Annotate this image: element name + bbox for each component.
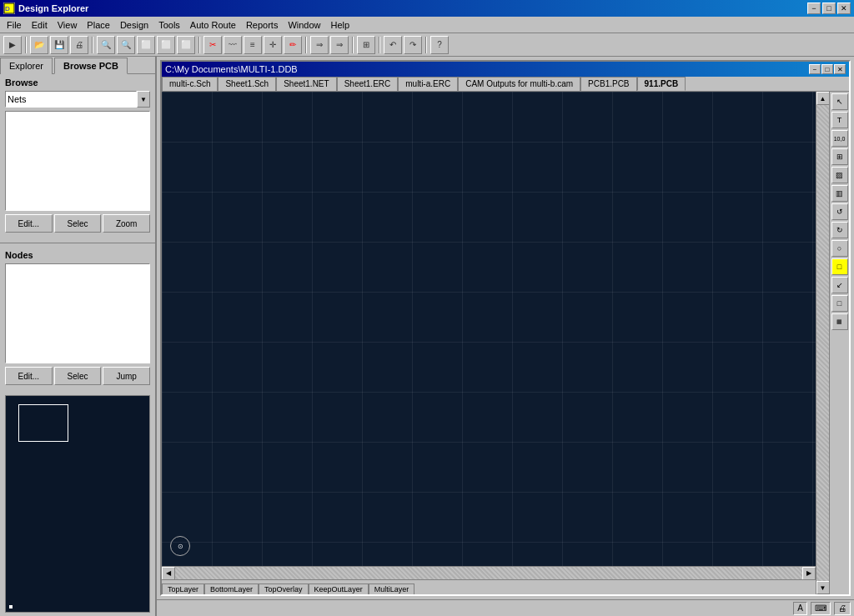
v-scroll-track[interactable] [816,105,830,581]
doc-tab-cam-outputs[interactable]: CAM Outputs for multi-b.cam [458,77,580,91]
right-area: C:\My Documents\MULTI-1.DDB − □ ✕ multi-… [157,57,854,616]
rt-panel-icon[interactable]: □ [831,295,848,312]
tb-comp[interactable]: ⇒ [330,36,349,54]
tb-save[interactable]: 💾 [50,36,68,54]
doc-tab-sheet1-net[interactable]: Sheet1.NET [276,77,336,91]
rt-rotate-ccw-icon[interactable]: ↻ [831,222,848,238]
minimize-button[interactable]: − [807,3,821,14]
tb-print[interactable]: 🖨 [70,36,88,54]
tb-grid[interactable]: ⊞ [357,36,375,54]
rt-rotate-cw-icon[interactable]: ↺ [831,203,848,220]
menu-edit[interactable]: Edit [27,18,53,32]
tb-zoom-select[interactable]: ⬜ [157,36,175,54]
pcb-canvas[interactable]: ⊙ [162,92,816,566]
rt-circle-icon[interactable]: ○ [831,240,848,257]
tab-browse-pcb[interactable]: Browse PCB [54,58,128,74]
tb-help[interactable]: ? [430,36,449,54]
doc-tab-pcb1[interactable]: PCB1.PCB [580,77,636,91]
inner-close-button[interactable]: ✕ [834,64,846,74]
h-scroll-left-button[interactable]: ◀ [162,567,175,580]
mini-preview [5,395,150,613]
layer-tabs: TopLayer BottomLayer TopOverlay KeepOutL… [162,579,816,594]
menu-file[interactable]: File [2,18,27,32]
browse-select-button[interactable]: Selec [54,214,102,233]
nodes-select-button[interactable]: Selec [54,367,102,385]
v-scroll-down-button[interactable]: ▼ [816,581,830,594]
menu-window[interactable]: Window [283,18,325,32]
app-icon: D [3,3,15,14]
menu-bar: File Edit View Place Design Tools Auto R… [0,17,854,33]
document-tabs: multi-c.Sch Sheet1.Sch Sheet1.NET Sheet1… [162,77,849,92]
menu-design[interactable]: Design [115,18,153,32]
nodes-label: Nodes [5,250,150,260]
browse-list[interactable] [5,111,150,211]
v-scrollbar[interactable]: ▲ ▼ [816,92,829,594]
rt-matrix-icon[interactable]: ▦ [831,313,848,330]
tb-redo[interactable]: ↷ [404,36,422,54]
tb-pin[interactable]: ⇒ [310,36,329,54]
tb-undo[interactable]: ↶ [384,36,402,54]
menu-view[interactable]: View [53,18,83,32]
dropdown-arrow-icon[interactable]: ▼ [137,91,150,108]
right-toolbar: ↖ T 10,0 ⊞ ▨ ▥ ↺ ↻ ○ □ ↙ □ ▦ [829,92,849,594]
inner-window: C:\My Documents\MULTI-1.DDB − □ ✕ multi-… [160,60,851,596]
layer-tab-toplayer[interactable]: TopLayer [162,583,204,594]
browse-zoom-button[interactable]: Zoom [103,214,150,233]
doc-tab-sheet1-sch[interactable]: Sheet1.Sch [218,77,276,91]
rt-cursor-icon[interactable]: ↖ [831,93,848,110]
maximize-button[interactable]: □ [822,3,836,14]
rt-fill-icon[interactable]: ▨ [831,167,848,183]
menu-help[interactable]: Help [326,18,355,32]
rt-text-icon[interactable]: T [831,112,848,128]
rt-pattern-icon[interactable]: ▥ [831,185,848,202]
doc-tab-sheet1-erc[interactable]: Sheet1.ERC [337,77,399,91]
layer-tab-multilayer[interactable]: MultiLayer [369,583,415,594]
menu-autoroute[interactable]: Auto Route [185,18,241,32]
tb-open[interactable]: 📂 [30,36,48,54]
doc-tab-multi-a-erc[interactable]: multi-a.ERC [398,77,458,91]
layer-tab-bottomlayer[interactable]: BottomLayer [204,583,259,594]
tab-explorer[interactable]: Explorer [0,58,53,74]
rt-square-icon[interactable]: □ [831,258,848,275]
layer-tab-keepoutlayer[interactable]: KeepOutLayer [309,583,369,594]
rt-grid-icon[interactable]: ⊞ [831,148,848,165]
tb-sep-2 [92,37,93,53]
tb-pointer[interactable]: ▶ [3,36,22,54]
tb-pencil[interactable]: ✏ [284,36,302,54]
tb-cross[interactable]: ✛ [264,36,282,54]
title-bar: D Design Explorer − □ ✕ [0,0,854,17]
menu-tools[interactable]: Tools [153,18,185,32]
rt-arrow-icon[interactable]: ↙ [831,277,848,293]
tb-zoom-fit[interactable]: ⬜ [137,36,155,54]
grid-overlay [162,92,816,566]
menu-place[interactable]: Place [82,18,115,32]
nodes-jump-button[interactable]: Jump [103,367,150,385]
v-scroll-up-button[interactable]: ▲ [816,92,830,105]
tb-sep-7 [425,37,427,53]
browse-label: Browse [5,78,150,88]
tb-sep-5 [352,37,354,53]
layer-tab-topoverlay[interactable]: TopOverlay [259,583,309,594]
browse-edit-button[interactable]: Edit... [5,214,53,233]
h-scroll-track[interactable] [175,567,802,580]
inner-window-title: C:\My Documents\MULTI-1.DDB [165,64,298,74]
tb-zoom-area[interactable]: ⬜ [177,36,195,54]
doc-tab-911-pcb[interactable]: 911.PCB [637,77,686,91]
tb-zoom-in[interactable]: 🔍 [97,36,115,54]
tb-wire[interactable]: 〰 [224,36,242,54]
inner-minimize-button[interactable]: − [809,64,821,74]
browse-dropdown[interactable]: Nets [5,91,137,108]
menu-reports[interactable]: Reports [241,18,284,32]
nodes-edit-button[interactable]: Edit... [5,367,53,385]
close-button[interactable]: ✕ [837,3,851,14]
nodes-list[interactable] [5,263,150,363]
tb-zoom-out[interactable]: 🔍 [117,36,135,54]
doc-tab-multi-c-sch[interactable]: multi-c.Sch [162,77,218,91]
tb-cut[interactable]: ✂ [203,36,222,54]
nodes-section: Nodes Edit... Selec Jump [0,247,155,392]
h-scrollbar[interactable]: ◀ ▶ [162,566,816,579]
inner-maximize-button[interactable]: □ [821,64,833,74]
tb-bus[interactable]: ≡ [244,36,262,54]
rt-coords-icon[interactable]: 10,0 [831,130,848,147]
h-scroll-right-button[interactable]: ▶ [802,567,816,580]
